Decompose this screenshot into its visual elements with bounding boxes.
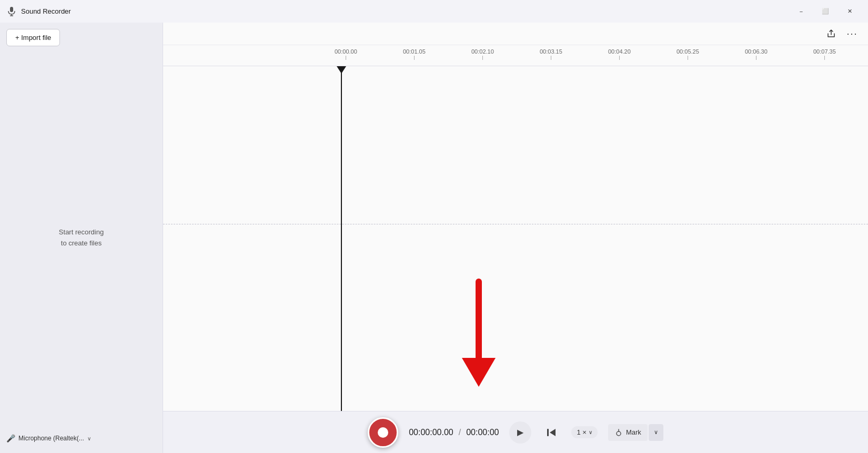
svg-marker-4	[462, 358, 496, 387]
ruler-label-0: 00:00.00	[335, 48, 357, 55]
sidebar-empty-text: Start recordingto create files	[59, 227, 104, 249]
import-file-button[interactable]: + Import file	[6, 29, 60, 46]
ruler-label-7: 00:07.35	[813, 48, 836, 55]
main-layout: + Import file Start recordingto create f…	[0, 23, 868, 453]
microphone-selector[interactable]: 🎤 Microphone (Realtek(... ∨	[6, 430, 156, 447]
ruler-tick-6: 00:06.30	[745, 48, 768, 60]
timeline-separator	[163, 224, 868, 224]
close-button[interactable]: ✕	[837, 3, 862, 20]
ruler-line-1	[414, 56, 415, 60]
sidebar-empty-state: Start recordingto create files	[6, 46, 156, 430]
current-time: 00:00:00.00	[409, 428, 453, 437]
play-button[interactable]: ▶	[509, 421, 531, 444]
toolbar-actions: ···	[822, 25, 862, 42]
app-icon	[6, 6, 17, 17]
ruler-line-2	[482, 56, 483, 60]
ruler-label-2: 00:02.10	[471, 48, 494, 55]
mark-chevron-icon: ∨	[654, 429, 658, 436]
ruler-tick-1: 00:01.05	[403, 48, 426, 60]
ruler-line-4	[619, 56, 620, 60]
play-icon: ▶	[517, 427, 523, 437]
app-title: Sound Recorder	[21, 7, 789, 15]
svg-rect-5	[547, 429, 549, 436]
timeline-area: 00:00.00 00:01.05 00:02.10 00:03.15 00:0…	[163, 45, 868, 411]
microphone-chevron-icon: ∨	[87, 436, 91, 441]
sidebar: + Import file Start recordingto create f…	[0, 23, 163, 453]
bottom-controls: 00:00:00.00 / 00:00:00 ▶ 1 × ∨	[163, 411, 868, 453]
ruler-tick-4: 00:04.20	[608, 48, 631, 60]
svg-rect-0	[10, 7, 13, 12]
ruler-label-3: 00:03.15	[540, 48, 562, 55]
speed-chevron-icon: ∨	[589, 429, 592, 435]
ruler-tick-2: 00:02.10	[471, 48, 494, 60]
more-icon: ···	[846, 28, 857, 39]
ruler-line-7	[824, 56, 825, 60]
speed-label: 1 ×	[577, 428, 586, 436]
mark-chevron-button[interactable]: ∨	[649, 424, 663, 441]
content-toolbar: ···	[163, 23, 868, 45]
more-options-button[interactable]: ···	[843, 25, 862, 42]
ruler-line-5	[688, 56, 688, 60]
mark-label: Mark	[626, 428, 641, 436]
record-button[interactable]	[368, 417, 398, 448]
ruler-line-0	[346, 56, 346, 60]
mark-button-group: Mark ∨	[608, 424, 663, 441]
svg-point-6	[617, 431, 621, 436]
maximize-button[interactable]: ⬜	[813, 3, 837, 20]
microphone-label: Microphone (Realtek(...	[18, 435, 84, 442]
microphone-icon: 🎤	[6, 434, 15, 442]
record-hint-arrow	[458, 276, 500, 394]
time-separator: /	[459, 428, 461, 437]
ruler-label-5: 00:05.25	[677, 48, 699, 55]
skip-back-button[interactable]	[542, 423, 561, 442]
time-display: 00:00:00.00 / 00:00:00	[409, 428, 499, 437]
speed-control[interactable]: 1 × ∨	[571, 426, 597, 438]
share-button[interactable]	[822, 25, 841, 42]
ruler-line-3	[551, 56, 551, 60]
ruler-label-6: 00:06.30	[745, 48, 768, 55]
window-controls: − ⬜ ✕	[789, 3, 862, 20]
playhead-arrow	[337, 66, 346, 74]
ruler-line-6	[756, 56, 756, 60]
minimize-button[interactable]: −	[789, 3, 813, 20]
playhead[interactable]	[341, 66, 342, 411]
timeline-ruler: 00:00.00 00:01.05 00:02.10 00:03.15 00:0…	[163, 45, 868, 66]
mark-button[interactable]: Mark	[608, 424, 648, 441]
ruler-label-1: 00:01.05	[403, 48, 426, 55]
ruler-tick-5: 00:05.25	[677, 48, 699, 60]
ruler-label-4: 00:04.20	[608, 48, 631, 55]
ruler-tick-3: 00:03.15	[540, 48, 562, 60]
titlebar: Sound Recorder − ⬜ ✕	[0, 0, 868, 23]
ruler-tick-7: 00:07.35	[813, 48, 836, 60]
content-area: ··· 00:00.00 00:01.05 00:02.10	[163, 23, 868, 453]
ruler-tick-0: 00:00.00	[335, 48, 357, 60]
total-time: 00:00:00	[466, 428, 499, 437]
record-button-inner	[378, 427, 388, 438]
